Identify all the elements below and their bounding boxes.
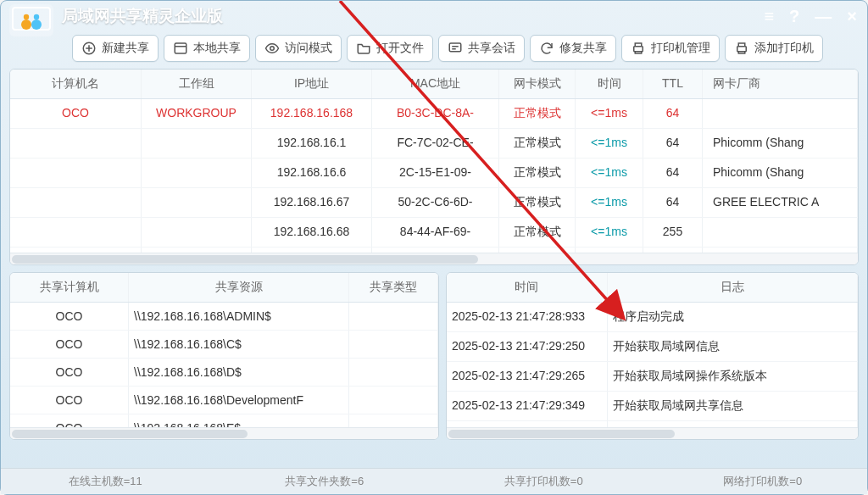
svg-rect-11 (737, 47, 747, 52)
cell-name (10, 159, 142, 187)
content-area: 计算机名 工作组 IP地址 MAC地址 网卡模式 时间 TTL 网卡厂商 OCO… (1, 69, 867, 468)
status-hosts: 在线主机数=11 (13, 474, 198, 489)
log-header: 时间 日志 (447, 273, 858, 303)
col-ip[interactable]: IP地址 (252, 70, 372, 98)
open-file-button[interactable]: 打开文件 (347, 35, 433, 62)
access-mode-button[interactable]: 访问模式 (255, 35, 342, 62)
cell-vendor: Phicomm (Shang (703, 129, 858, 158)
share-session-button[interactable]: 共享会话 (438, 35, 525, 62)
table-row[interactable]: 2025-02-13 21:47:29:349开始获取局域网共享信息 (447, 392, 858, 421)
cell-nic: 正常模式 (499, 99, 576, 128)
col-computer-name[interactable]: 计算机名 (10, 70, 142, 98)
cell-time: <=1ms (576, 188, 643, 217)
cell-ttl: 64 (643, 188, 703, 217)
log-scrollbar[interactable] (447, 427, 858, 439)
cell-mac: 2C-15-E1-09- (372, 159, 499, 187)
svg-point-5 (34, 14, 39, 19)
cell-ip: 192.168.16.67 (252, 188, 372, 217)
table-row[interactable]: OCO\\192.168.16.168\E$ (10, 414, 438, 427)
open-file-label: 打开文件 (376, 41, 424, 56)
cell-share-type (349, 331, 438, 358)
cell-name: OCO (10, 99, 142, 128)
table-row[interactable]: OCO\\192.168.16.168\DevelopmentF (10, 387, 438, 414)
table-row[interactable]: 2025-02-13 21:47:29:265开始获取局域网操作系统版本 (447, 362, 858, 392)
cell-share-comp: OCO (10, 303, 129, 330)
cell-vendor (703, 218, 858, 247)
table-row[interactable]: 192.168.16.6750-2C-C6-6D-正常模式<=1ms64GREE… (10, 188, 858, 218)
cell-share-res: \\192.168.16.168\C$ (129, 331, 349, 358)
col-log-time[interactable]: 时间 (447, 273, 608, 302)
col-workgroup[interactable]: 工作组 (142, 70, 252, 98)
table-row[interactable]: OCO\\192.168.16.168\C$ (10, 331, 438, 359)
table-row[interactable]: 192.168.16.62C-15-E1-09-正常模式<=1ms64Phico… (10, 159, 858, 188)
svg-rect-7 (175, 43, 186, 53)
cell-nic: 正常模式 (499, 218, 576, 247)
cell-ip: 192.168.16.1 (252, 129, 372, 158)
table-row[interactable]: OCOWORKGROUP192.168.16.168B0-3C-DC-8A-正常… (10, 99, 858, 129)
cell-workgroup: WORKGROUP (142, 99, 252, 128)
cell-ttl: 255 (643, 218, 703, 247)
hosts-grid: 计算机名 工作组 IP地址 MAC地址 网卡模式 时间 TTL 网卡厂商 OCO… (9, 69, 859, 265)
cell-ttl: 64 (643, 129, 703, 158)
svg-point-8 (270, 47, 275, 51)
printer-manager-button[interactable]: 打印机管理 (621, 35, 720, 62)
table-row[interactable]: OCO\\192.168.16.168\D$ (10, 359, 438, 387)
printer-plus-icon (734, 41, 749, 56)
table-row[interactable]: OCO\\192.168.16.168\ADMIN$ (10, 303, 438, 331)
cell-vendor: GREE ELECTRIC A (703, 188, 858, 217)
cell-log-msg: 开始获取局域网网卡模式 (608, 421, 858, 427)
add-printer-label: 添加打印机 (754, 41, 814, 56)
cell-mac: B0-3C-DC-8A- (372, 99, 499, 128)
cell-time: <=1ms (576, 129, 643, 158)
shares-scrollbar[interactable] (10, 427, 438, 439)
cell-time: <=1ms (576, 99, 643, 128)
col-vendor[interactable]: 网卡厂商 (703, 70, 858, 98)
col-log-msg[interactable]: 日志 (608, 273, 858, 302)
new-share-button[interactable]: 新建共享 (72, 35, 159, 62)
table-row[interactable]: 192.168.16.6884-44-AF-69-正常模式<=1ms255 (10, 218, 858, 248)
log-body: 2025-02-13 21:47:28:933程序启动完成2025-02-13 … (447, 303, 858, 427)
col-share-type[interactable]: 共享类型 (349, 273, 438, 302)
fix-share-button[interactable]: 修复共享 (530, 35, 616, 62)
cell-share-type (349, 387, 438, 414)
table-row[interactable]: 2025-02-13 21:47:28:933程序启动完成 (447, 303, 858, 332)
hosts-scrollbar[interactable] (10, 253, 858, 264)
table-row[interactable]: 192.168.16.1FC-7C-02-CE-正常模式<=1ms64Phico… (10, 129, 858, 159)
bottom-row: 共享计算机 共享资源 共享类型 OCO\\192.168.16.168\ADMI… (9, 272, 859, 440)
cell-mac: FC-7C-02-CE- (372, 129, 499, 158)
fix-share-label: 修复共享 (559, 41, 607, 56)
cell-share-type (349, 359, 438, 386)
close-icon[interactable]: × (843, 7, 860, 26)
menu-icon[interactable]: ≡ (760, 7, 777, 26)
status-bar: 在线主机数=11 共享文件夹数=6 共享打印机数=0 网络打印机数=0 (1, 468, 867, 494)
svg-point-3 (31, 19, 42, 30)
col-time[interactable]: 时间 (576, 70, 643, 98)
toolbar: 新建共享 本地共享 访问模式 打开文件 共享会话 修复共享 打印机管理 添加打 (1, 31, 867, 69)
plus-circle-icon (81, 41, 97, 56)
table-row[interactable]: 2025-02-13 21:47:29:250开始获取局域网信息 (447, 332, 858, 362)
status-netprinters: 网络打印机数=0 (670, 474, 856, 489)
cell-mac: 84-44-AF-69- (372, 218, 499, 247)
cell-nic: 正常模式 (499, 188, 576, 217)
col-share-computer[interactable]: 共享计算机 (10, 273, 129, 302)
cell-share-res: \\192.168.16.168\DevelopmentF (129, 387, 349, 414)
col-share-resource[interactable]: 共享资源 (129, 273, 349, 302)
col-ttl[interactable]: TTL (643, 70, 703, 98)
cell-vendor (703, 99, 858, 128)
add-printer-button[interactable]: 添加打印机 (725, 35, 823, 62)
cell-log-time: 2025-02-13 21:47:29:349 (447, 392, 608, 420)
cell-share-type (349, 303, 438, 330)
cell-time: <=1ms (576, 159, 643, 187)
cell-workgroup (142, 188, 252, 217)
table-row[interactable]: 2025-02-13 21:47:29:750开始获取局域网网卡模式 (447, 421, 858, 427)
cell-share-res: \\192.168.16.168\D$ (129, 359, 349, 386)
local-share-button[interactable]: 本地共享 (164, 35, 250, 62)
shares-body: OCO\\192.168.16.168\ADMIN$OCO\\192.168.1… (10, 303, 438, 427)
col-nic-mode[interactable]: 网卡模式 (499, 70, 576, 98)
minimize-icon[interactable]: — (811, 7, 835, 26)
col-mac[interactable]: MAC地址 (372, 70, 499, 98)
svg-rect-10 (634, 47, 643, 52)
cell-log-msg: 开始获取局域网信息 (608, 332, 858, 361)
help-icon[interactable]: ? (786, 7, 803, 26)
svg-rect-9 (449, 43, 461, 52)
